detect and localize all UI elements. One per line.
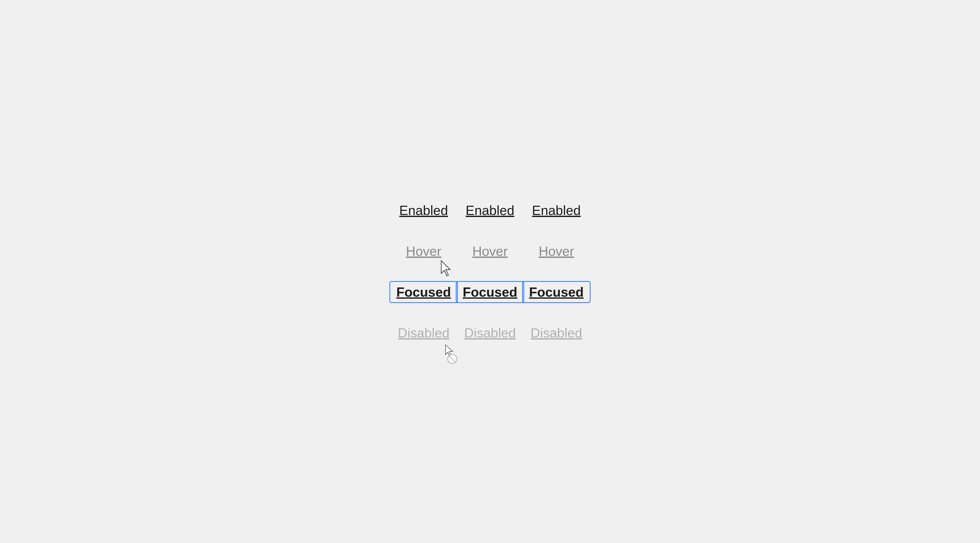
hover-label-col3: Hover [539,244,574,259]
cursor-not-allowed-icon [442,344,460,364]
link-disabled-col2: Disabled [459,322,521,344]
link-disabled-col3: Disabled [525,322,587,344]
link-enabled-col3[interactable]: Enabled [527,200,586,221]
link-focused-col1[interactable]: Focused [390,281,458,303]
state-grid: Enabled Enabled Enabled Hover Hover Hove… [398,193,582,351]
focused-label-col3: Focused [529,284,584,300]
enabled-label-col3: Enabled [532,203,581,218]
link-disabled-col1: Disabled [393,322,455,344]
enabled-label-col1: Enabled [399,203,448,218]
disabled-label-col2: Disabled [464,325,516,341]
disabled-label-col1: Disabled [398,325,449,341]
focused-label-col1: Focused [396,284,451,300]
link-hover-col3[interactable]: Hover [534,240,579,262]
link-focused-col3[interactable]: Focused [522,281,590,303]
hover-label-col1: Hover [406,244,442,259]
link-hover-col2[interactable]: Hover [467,240,513,262]
link-enabled-col1[interactable]: Enabled [394,200,453,221]
link-focused-col2[interactable]: Focused [456,281,524,303]
svg-marker-0 [441,261,450,276]
cursor-pointer-icon [439,260,454,277]
svg-point-2 [448,354,457,363]
svg-line-3 [449,356,456,363]
link-hover-col1[interactable]: Hover [401,240,447,262]
hover-label-col2: Hover [473,244,508,259]
link-enabled-col2[interactable]: Enabled [461,200,520,221]
disabled-label-col3: Disabled [531,325,582,341]
enabled-label-col2: Enabled [466,203,514,218]
svg-marker-1 [445,345,453,357]
focused-label-col2: Focused [463,284,517,300]
